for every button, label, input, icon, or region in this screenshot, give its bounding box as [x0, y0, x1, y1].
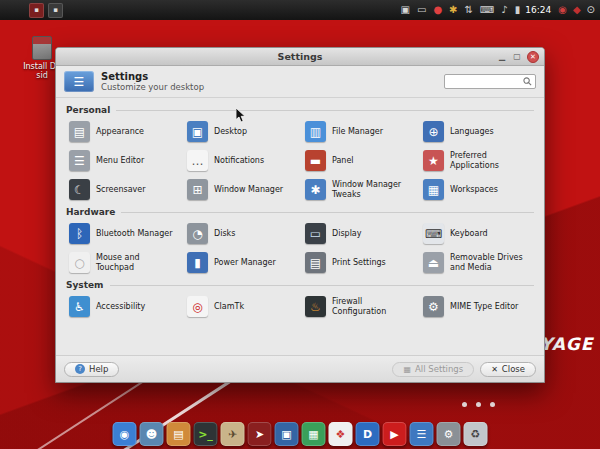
settings-item[interactable]: … Notifications [184, 147, 298, 174]
settings-item-icon: ☾ [69, 179, 90, 200]
taskbar-window-1[interactable]: ▪ [29, 3, 44, 18]
settings-item[interactable]: ☰ Menu Editor [66, 147, 180, 174]
close-window-button[interactable]: ✕ Close [480, 362, 536, 377]
settings-item[interactable]: ○ Mouse and Touchpad [66, 249, 180, 276]
settings-item[interactable]: ♨ Firewall Configuration [302, 293, 416, 320]
input-method-icon[interactable]: ⌨ [480, 5, 494, 15]
distro-icon[interactable]: ◆ [573, 5, 581, 15]
settings-item-icon: ✱ [305, 179, 326, 200]
settings-item[interactable]: ☾ Screensaver [66, 176, 180, 203]
settings-item-icon: ▥ [305, 121, 326, 142]
settings-item[interactable]: ▦ Workspaces [420, 176, 534, 203]
dock-launcher[interactable]: ➤ [248, 422, 272, 446]
settings-item[interactable]: ✱ Window Manager Tweaks [302, 176, 416, 203]
settings-item-label: Notifications [214, 156, 264, 165]
all-settings-button[interactable]: ▦ All Settings [392, 362, 474, 377]
search-input[interactable] [448, 76, 523, 87]
settings-item-label: Removable Drives and Media [450, 253, 531, 271]
taskbar-window-2[interactable]: ▪ [48, 3, 63, 18]
maximize-button[interactable]: ▢ [512, 53, 522, 61]
keyring-icon[interactable]: ✱ [449, 5, 457, 15]
window-title: Settings [56, 51, 544, 62]
settings-item-icon: ♨ [305, 296, 326, 317]
settings-item[interactable]: ⊞ Window Manager [184, 176, 298, 203]
minimize-button[interactable]: ▁ [497, 53, 507, 61]
help-button-label: Help [89, 364, 108, 374]
package-icon [32, 36, 52, 60]
settings-item-label: Disks [214, 229, 235, 238]
window-header: ☰ Settings Customize your desktop [56, 66, 544, 98]
battery-icon[interactable]: ▮ [515, 5, 521, 15]
dock-trash[interactable]: ♻ [464, 422, 488, 446]
dock-browser[interactable]: ◉ [113, 422, 137, 446]
grid-hardware: ᛒ Bluetooth Manager ◔ Disks ▭ Display ⌨ … [66, 220, 534, 276]
dock-d-app[interactable]: D [356, 422, 380, 446]
close-x-icon: ✕ [491, 365, 498, 374]
settings-item[interactable]: ▤ Print Settings [302, 249, 416, 276]
displays-icon[interactable]: ▭ [417, 5, 426, 15]
settings-item-label: MIME Type Editor [450, 302, 518, 311]
dock-maps[interactable]: ✈ [221, 422, 245, 446]
header-title: Settings [101, 71, 204, 82]
settings-item-icon: ◎ [187, 296, 208, 317]
settings-item[interactable]: ▮ Power Manager [184, 249, 298, 276]
dock-gallery[interactable]: ▤ [167, 422, 191, 446]
titlebar[interactable]: Settings ▁ ▢ ✕ [56, 48, 544, 66]
window-footer: ? Help ▦ All Settings ✕ Close [56, 355, 544, 382]
search-icon [523, 77, 532, 86]
settings-content: Personal ▤ Appearance ▣ Desktop ▥ File M… [56, 98, 544, 355]
settings-item[interactable]: ▭ Display [302, 220, 416, 247]
help-button[interactable]: ? Help [64, 362, 119, 377]
system-tray: ▣ ▭ ● ✱ ⇅ ⌨ ♪ ▮ [400, 5, 520, 15]
dock-settings[interactable]: ☰ [410, 422, 434, 446]
all-settings-icon: ▦ [403, 365, 411, 374]
wallpaper-dots [462, 402, 495, 407]
settings-item-label: Display [332, 229, 362, 238]
network-icon[interactable]: ⇅ [465, 5, 473, 15]
clipboard-icon[interactable]: ▣ [400, 5, 409, 15]
settings-item[interactable]: ⌨ Keyboard [420, 220, 534, 247]
settings-item[interactable]: ▥ File Manager [302, 118, 416, 145]
clock[interactable]: 16:24 [525, 5, 551, 15]
settings-item[interactable]: ♿ Accessibility [66, 293, 180, 320]
settings-item[interactable]: ⏏ Removable Drives and Media [420, 249, 534, 276]
settings-item[interactable]: ⚙ MIME Type Editor [420, 293, 534, 320]
settings-item-icon: ⊕ [423, 121, 444, 142]
dock-files[interactable]: ▣ [275, 422, 299, 446]
settings-item[interactable]: ▤ Appearance [66, 118, 180, 145]
settings-item-label: Window Manager Tweaks [332, 180, 413, 198]
search-box[interactable] [444, 74, 536, 89]
settings-item-icon: ▣ [187, 121, 208, 142]
settings-item-label: Menu Editor [96, 156, 144, 165]
footer-right: ▦ All Settings ✕ Close [392, 362, 536, 377]
wallpaper-dot [476, 402, 481, 407]
dock-packages[interactable]: ⚙ [437, 422, 461, 446]
shutdown-icon[interactable]: ⊙ [587, 5, 595, 15]
volume-icon[interactable]: ♪ [501, 5, 507, 15]
settings-item-label: Accessibility [96, 302, 145, 311]
dock-contacts[interactable]: ☻ [140, 422, 164, 446]
dock-youtube[interactable]: ▶ [383, 422, 407, 446]
dock-terminal[interactable]: >_ [194, 422, 218, 446]
settings-item[interactable]: ◎ ClamTk [184, 293, 298, 320]
settings-item-label: Panel [332, 156, 354, 165]
settings-item-label: Window Manager [214, 185, 283, 194]
settings-item-icon: ○ [69, 252, 90, 273]
all-settings-button-label: All Settings [415, 364, 463, 374]
settings-item[interactable]: ★ Preferred Applications [420, 147, 534, 174]
session-icon[interactable]: ◉ [558, 5, 567, 15]
settings-item-label: Appearance [96, 127, 144, 136]
dock-office[interactable]: ❖ [329, 422, 353, 446]
settings-item-icon: ◔ [187, 223, 208, 244]
settings-item-icon: ▤ [69, 121, 90, 142]
close-button[interactable]: ✕ [527, 51, 539, 63]
dock-tasks[interactable]: ▦ [302, 422, 326, 446]
settings-item[interactable]: ▬ Panel [302, 147, 416, 174]
settings-item-label: Print Settings [332, 258, 386, 267]
settings-item[interactable]: ◔ Disks [184, 220, 298, 247]
settings-item[interactable]: ᛒ Bluetooth Manager [66, 220, 180, 247]
settings-item-icon: ⚙ [423, 296, 444, 317]
settings-item-label: Languages [450, 127, 494, 136]
updates-icon[interactable]: ● [433, 5, 442, 15]
settings-item[interactable]: ⊕ Languages [420, 118, 534, 145]
